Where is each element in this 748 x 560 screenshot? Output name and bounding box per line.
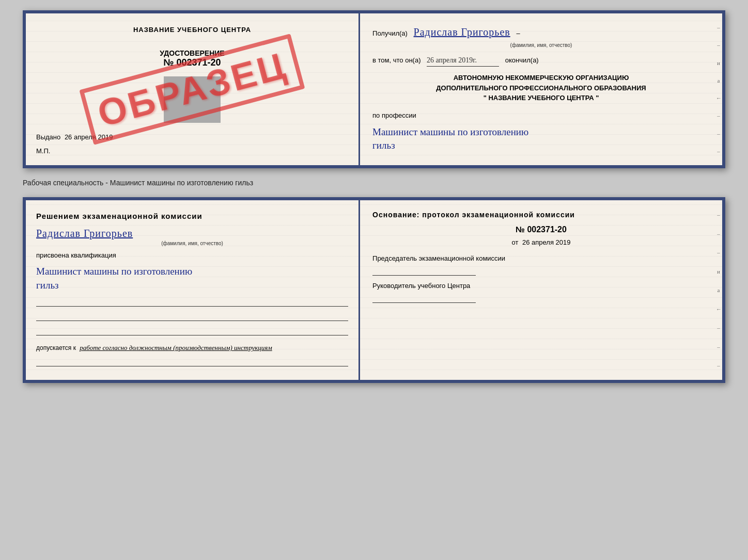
vtom-line: в том, что он(а) 26 апреля 2019г. окончи… — [372, 55, 710, 67]
dopuskaetsya-prefix: допускается к — [36, 344, 76, 351]
protocol-date-prefix: от — [511, 238, 518, 246]
rukovoditel-signature-line — [372, 292, 476, 303]
side-dashes-bottom: – – – и а ← – – – — [715, 200, 722, 380]
bottom-name-block: Радислав Григорьев (фамилия, имя, отчест… — [36, 228, 348, 246]
photo-placeholder — [164, 76, 221, 123]
protocol-number: № 002371-20 — [372, 225, 710, 234]
protocol-date: от 26 апреля 2019 — [372, 238, 710, 246]
bottom-document: Решением экзаменационной комиссии Радисл… — [23, 197, 725, 383]
org-block: АВТОНОМНУЮ НЕКОММЕРЧЕСКУЮ ОРГАНИЗАЦИЮ ДО… — [372, 73, 710, 103]
bottom-doc-left: Решением экзаменационной комиссии Радисл… — [26, 200, 360, 380]
vtom-prefix: в том, что он(а) — [372, 56, 420, 64]
rukovoditel-label: Руководитель учебного Центра — [372, 282, 710, 290]
org-name-quoted: " НАЗВАНИЕ УЧЕБНОГО ЦЕНТРА " — [372, 93, 710, 103]
dopuskaetsya-block: допускается к работе согласно должностны… — [36, 344, 348, 352]
profession-handwritten-bottom: Машинист машины по изготовлению гильз — [36, 265, 348, 292]
predsedatel-block: Председатель экзаменационной комиссии — [372, 254, 710, 276]
separator-text: Рабочая специальность - Машинист машины … — [23, 177, 725, 189]
cert-label: УДОСТОВЕРЕНИЕ — [36, 49, 348, 57]
vydano-line: Выдано 26 апреля 2019 — [36, 133, 348, 141]
protocol-title: Основание: протокол экзаменационной коми… — [372, 211, 710, 219]
okonchil: окончил(а) — [505, 56, 539, 64]
underline-row-1 — [36, 295, 348, 307]
recipient-name: Радислав Григорьев — [414, 26, 510, 38]
cert-number: № 002371-20 — [36, 57, 348, 68]
org-line1: АВТОНОМНУЮ НЕКОММЕРЧЕСКУЮ ОРГАНИЗАЦИЮ — [372, 73, 710, 83]
prisvoena-line: присвоена квалификация — [36, 250, 348, 261]
underline-row-3 — [36, 324, 348, 335]
predsedatel-signature-line — [372, 264, 476, 276]
protocol-date-value: 26 апреля 2019 — [522, 238, 571, 246]
poluchil-prefix: Получил(а) — [372, 29, 408, 37]
po-professii-line: по профессии — [372, 110, 710, 121]
top-document: НАЗВАНИЕ УЧЕБНОГО ЦЕНТРА ОБРАЗЕЦ УДОСТОВ… — [23, 10, 725, 168]
org-line2: ДОПОЛНИТЕЛЬНОГО ПРОФЕССИОНАЛЬНОГО ОБРАЗО… — [372, 83, 710, 93]
fio-subtitle-bottom: (фамилия, имя, отчество) — [36, 241, 348, 246]
poluchil-line: Получил(а) Радислав Григорьев – (фамилия… — [372, 24, 710, 50]
underline-row-2 — [36, 310, 348, 321]
bottom-recipient-name: Радислав Григорьев — [36, 228, 133, 239]
top-center-title: НАЗВАНИЕ УЧЕБНОГО ЦЕНТРА — [36, 26, 348, 34]
top-doc-left: НАЗВАНИЕ УЧЕБНОГО ЦЕНТРА ОБРАЗЕЦ УДОСТОВ… — [26, 13, 360, 165]
komissia-title: Решением экзаменационной комиссии — [36, 211, 348, 222]
predsedatel-label: Председатель экзаменационной комиссии — [372, 254, 710, 262]
po-professii-label: по профессии — [372, 111, 416, 119]
rukovoditel-block: Руководитель учебного Центра — [372, 282, 710, 303]
top-doc-right: Получил(а) Радислав Григорьев – (фамилия… — [360, 13, 722, 165]
vydano-date: 26 апреля 2019 — [65, 133, 113, 141]
mp-line: М.П. — [36, 147, 348, 155]
side-dashes-top: – – и а ← – – – — [715, 13, 722, 165]
fio-subtitle-top: (фамилия, имя, отчество) — [372, 41, 710, 50]
vtom-date: 26 апреля 2019г. — [427, 55, 499, 67]
cert-label-block: УДОСТОВЕРЕНИЕ № 002371-20 — [36, 49, 348, 68]
profession-handwritten-top: Машинист машины по изготовлению гильз — [372, 125, 710, 153]
underline-row-4 — [36, 355, 348, 366]
bottom-doc-right: Основание: протокол экзаменационной коми… — [360, 200, 722, 380]
dopuskaetsya-text: работе согласно должностным (производств… — [80, 344, 272, 351]
vydano-prefix: Выдано — [36, 133, 60, 141]
